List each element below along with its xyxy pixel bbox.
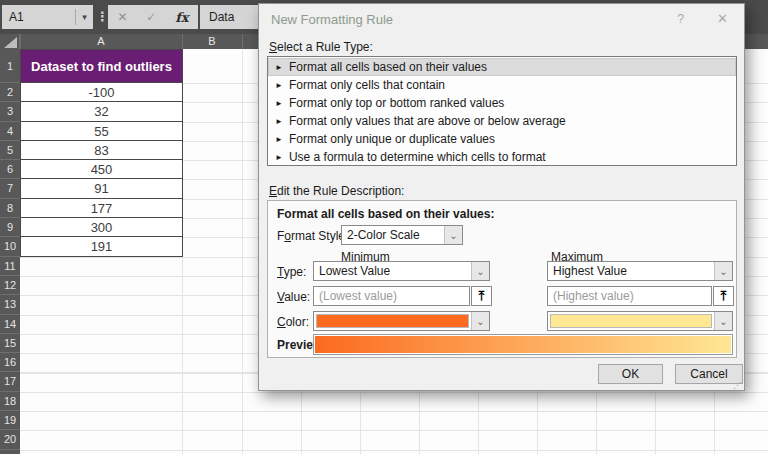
header-divider [182, 34, 183, 49]
row-header[interactable]: 20 [0, 430, 20, 449]
max-value-input[interactable]: (Highest value) [547, 286, 712, 306]
row-header[interactable]: 6 [0, 160, 20, 179]
select-rule-type-label: Select a Rule Type: [269, 40, 373, 54]
row-header[interactable]: 17 [0, 372, 20, 391]
format-style-dropdown[interactable]: 2-Color Scale ⌄ [341, 225, 463, 245]
row-header[interactable]: 15 [0, 334, 20, 353]
row-header[interactable]: 11 [0, 257, 20, 276]
rule-type-option[interactable]: ►Format only unique or duplicate values [268, 130, 736, 148]
select-all-button[interactable] [0, 34, 20, 49]
row-header[interactable]: 21 [0, 450, 20, 454]
rule-arrow-icon: ► [275, 117, 283, 126]
row-header[interactable]: 13 [0, 295, 20, 314]
cell-a2[interactable]: -100 [20, 83, 183, 102]
preview-gradient [313, 334, 733, 355]
row-header[interactable]: 2 [0, 83, 20, 102]
row-header[interactable]: 3 [0, 102, 20, 121]
min-color-dropdown[interactable]: ⌄ [313, 311, 490, 331]
rule-type-label: Format only top or bottom ranked values [289, 96, 504, 110]
rule-type-list: ►Format all cells based on their values … [267, 56, 737, 166]
row-header[interactable]: 12 [0, 276, 20, 295]
max-collapse-dialog-icon[interactable]: ⤒ [713, 286, 734, 306]
rule-type-option[interactable]: ►Format only values that are above or be… [268, 112, 736, 130]
more-options-icon[interactable]: ⋮ [96, 5, 107, 29]
confirm-entry-icon[interactable]: ✓ [146, 10, 156, 24]
rule-description-heading: Format all cells based on their values: [277, 207, 494, 221]
row-header[interactable]: 10 [0, 237, 20, 256]
resize-grip-icon[interactable]: ⋰ [733, 380, 742, 390]
rule-type-option[interactable]: ►Format only cells that contain [268, 76, 736, 94]
rule-type-option[interactable]: ►Use a formula to determine which cells … [268, 148, 736, 166]
format-style-value: 2-Color Scale [342, 228, 444, 242]
row-header[interactable]: 1 [0, 49, 20, 83]
chevron-down-icon: ⌄ [471, 262, 489, 280]
name-box[interactable]: A1 ▾ [2, 5, 93, 29]
rule-arrow-icon: ► [275, 99, 283, 108]
rule-type-label: Format only values that are above or bel… [289, 114, 566, 128]
type-label: Type: [277, 265, 306, 279]
edit-rule-description-label: Edit the Rule Description: [269, 184, 404, 198]
formula-bar-text: Data [200, 10, 234, 24]
ok-button[interactable]: OK [598, 364, 663, 384]
new-formatting-rule-dialog: New Formatting Rule ? ✕ Select a Rule Ty… [258, 3, 745, 391]
rule-arrow-icon: ► [275, 153, 283, 162]
row-header[interactable]: 4 [0, 122, 20, 141]
cell-a1[interactable]: Dataset to find outliers [20, 49, 183, 83]
cell-a9[interactable]: 300 [20, 218, 183, 237]
color-label: Color: [277, 315, 309, 329]
chevron-down-icon: ⌄ [714, 312, 732, 330]
column-header-b[interactable]: B [182, 34, 242, 49]
row-header[interactable]: 5 [0, 141, 20, 160]
value-label: Value: [277, 290, 310, 304]
min-collapse-dialog-icon[interactable]: ⤒ [471, 286, 492, 306]
select-all-triangle-icon [4, 37, 17, 48]
name-box-value: A1 [2, 10, 75, 24]
cell-a7[interactable]: 91 [20, 179, 183, 198]
formula-buttons: ✕ ✓ fx [108, 5, 198, 29]
rule-arrow-icon: ► [275, 63, 283, 72]
min-type-dropdown[interactable]: Lowest Value ⌄ [313, 261, 490, 281]
row-header[interactable]: 7 [0, 179, 20, 198]
rule-type-label: Format all cells based on their values [289, 60, 487, 74]
row-header[interactable]: 16 [0, 353, 20, 372]
cell-a10[interactable]: 191 [20, 237, 183, 256]
insert-function-icon[interactable]: fx [175, 10, 188, 25]
rule-type-label: Format only unique or duplicate values [289, 132, 495, 146]
row-header[interactable]: 8 [0, 199, 20, 218]
rule-type-label: Use a formula to determine which cells t… [289, 150, 546, 164]
max-color-swatch [550, 314, 712, 328]
rule-type-label: Format only cells that contain [289, 78, 445, 92]
format-style-label: Format Style: [277, 229, 348, 243]
help-icon[interactable]: ? [677, 11, 684, 26]
cell-a6[interactable]: 450 [20, 160, 183, 179]
row-header[interactable]: 18 [0, 392, 20, 411]
dialog-title: New Formatting Rule [271, 12, 393, 27]
row-header[interactable]: 14 [0, 315, 20, 334]
header-divider [20, 34, 21, 49]
excel-window: A1 ▾ ⋮ ✕ ✓ fx Data A B 1 2 3 4 5 6 7 8 [0, 0, 768, 454]
max-color-dropdown[interactable]: ⌄ [547, 311, 733, 331]
cell-a5[interactable]: 83 [20, 141, 183, 160]
column-header-a[interactable]: A [20, 34, 182, 49]
row-header[interactable]: 9 [0, 218, 20, 237]
dialog-titlebar[interactable]: New Formatting Rule ? ✕ [259, 4, 744, 34]
chevron-down-icon: ⌄ [714, 262, 732, 280]
min-color-swatch [316, 314, 469, 328]
row-header[interactable]: 19 [0, 411, 20, 430]
rule-type-option-selected[interactable]: ►Format all cells based on their values [268, 58, 736, 76]
max-type-dropdown[interactable]: Highest Value ⌄ [547, 261, 733, 281]
max-type-value: Highest Value [548, 264, 714, 278]
rule-type-option[interactable]: ►Format only top or bottom ranked values [268, 94, 736, 112]
min-value-input[interactable]: (Lowest value) [313, 286, 470, 306]
chevron-down-icon: ⌄ [444, 226, 462, 244]
rule-arrow-icon: ► [275, 81, 283, 90]
cancel-entry-icon[interactable]: ✕ [117, 10, 127, 24]
close-icon[interactable]: ✕ [717, 11, 728, 26]
chevron-down-icon: ⌄ [471, 312, 489, 330]
name-box-dropdown-icon[interactable]: ▾ [76, 12, 93, 22]
min-type-value: Lowest Value [314, 264, 471, 278]
rule-arrow-icon: ► [275, 135, 283, 144]
cell-a8[interactable]: 177 [20, 199, 183, 218]
cell-a4[interactable]: 55 [20, 122, 183, 141]
cell-a3[interactable]: 32 [20, 102, 183, 121]
